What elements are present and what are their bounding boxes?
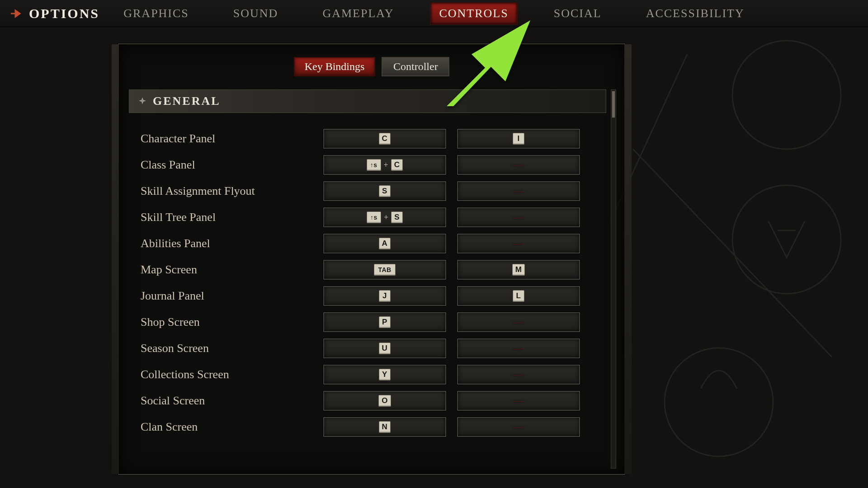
secondary-binding-slot[interactable]: I bbox=[457, 129, 580, 149]
primary-binding-slot[interactable]: N bbox=[323, 417, 446, 437]
subtab-controller[interactable]: Controller bbox=[382, 57, 449, 76]
tab-graphics[interactable]: GRAPHICS bbox=[115, 3, 197, 24]
primary-binding-slot[interactable]: TAB bbox=[323, 260, 446, 280]
primary-binding-slot[interactable]: S bbox=[323, 181, 446, 201]
keycap: C bbox=[391, 159, 403, 171]
svg-point-2 bbox=[665, 348, 773, 456]
binding-label: Skill Tree Panel bbox=[141, 211, 312, 224]
binding-label: Class Panel bbox=[141, 158, 312, 172]
binding-label: Character Panel bbox=[141, 132, 312, 145]
secondary-binding-slot[interactable]: M bbox=[457, 260, 580, 280]
secondary-binding-slot[interactable]: –– bbox=[457, 207, 580, 227]
binding-label: Season Screen bbox=[141, 342, 312, 355]
binding-row: Skill Assignment FlyoutS–– bbox=[129, 178, 606, 204]
tab-social[interactable]: SOCIAL bbox=[546, 3, 610, 24]
bindings-list: Character PanelCIClass Panel↑s+C––Skill … bbox=[129, 126, 606, 440]
primary-binding-slot[interactable]: ↑s+S bbox=[323, 207, 446, 227]
vertical-scrollbar[interactable] bbox=[611, 89, 616, 469]
binding-row: Season ScreenU–– bbox=[129, 335, 606, 361]
unbound-indicator: –– bbox=[513, 186, 524, 197]
binding-row: Character PanelCI bbox=[129, 126, 606, 152]
primary-binding-slot[interactable]: Y bbox=[323, 365, 446, 385]
top-bar: OPTIONS GRAPHICS SOUND GAMEPLAY CONTROLS… bbox=[0, 0, 868, 27]
keycap: M bbox=[512, 264, 525, 276]
secondary-binding-slot[interactable]: –– bbox=[457, 417, 580, 437]
binding-row: Map ScreenTABM bbox=[129, 257, 606, 283]
secondary-binding-slot[interactable]: L bbox=[457, 286, 580, 306]
controls-subtab-strip: Key Bindings Controller bbox=[119, 44, 624, 85]
secondary-binding-slot[interactable]: –– bbox=[457, 234, 580, 253]
tab-controls[interactable]: CONTROLS bbox=[430, 2, 517, 25]
page-title: OPTIONS bbox=[29, 6, 99, 21]
keycap: U bbox=[379, 343, 391, 354]
secondary-binding-slot[interactable]: –– bbox=[457, 181, 580, 201]
binding-row: Clan ScreenN–– bbox=[129, 414, 606, 440]
scrollbar-thumb[interactable] bbox=[612, 91, 615, 118]
binding-label: Map Screen bbox=[141, 263, 312, 277]
keycap: S bbox=[379, 185, 391, 197]
binding-row: Class Panel↑s+C–– bbox=[129, 152, 606, 178]
subtab-key-bindings[interactable]: Key Bindings bbox=[294, 57, 376, 76]
binding-row: Skill Tree Panel↑s+S–– bbox=[129, 204, 606, 230]
combo-plus: + bbox=[384, 213, 388, 222]
keycap: P bbox=[379, 316, 391, 328]
binding-row: Abilities PanelA–– bbox=[129, 230, 606, 257]
keycap: C bbox=[379, 133, 391, 145]
primary-binding-slot[interactable]: P bbox=[323, 312, 446, 332]
keycap: N bbox=[379, 421, 391, 433]
binding-row: Social ScreenO–– bbox=[129, 388, 606, 414]
primary-binding-slot[interactable]: A bbox=[323, 234, 446, 253]
primary-binding-slot[interactable]: ↑s+C bbox=[323, 155, 446, 175]
svg-point-1 bbox=[732, 185, 841, 294]
keycap: I bbox=[513, 133, 524, 145]
binding-label: Journal Panel bbox=[141, 289, 312, 303]
binding-row: Shop ScreenP–– bbox=[129, 309, 606, 335]
secondary-binding-slot[interactable]: –– bbox=[457, 155, 580, 175]
background-glyph-art bbox=[597, 27, 868, 488]
tab-gameplay[interactable]: GAMEPLAY bbox=[314, 3, 402, 24]
section-collapse-icon bbox=[138, 94, 146, 108]
unbound-indicator: –– bbox=[513, 212, 524, 223]
combo-plus: + bbox=[384, 160, 388, 170]
unbound-indicator: –– bbox=[513, 160, 524, 170]
secondary-binding-slot[interactable]: –– bbox=[457, 365, 580, 385]
keycap: TAB bbox=[374, 264, 396, 276]
binding-label: Clan Screen bbox=[141, 420, 312, 434]
unbound-indicator: –– bbox=[513, 370, 524, 380]
unbound-indicator: –– bbox=[513, 396, 524, 406]
primary-binding-slot[interactable]: U bbox=[323, 338, 446, 358]
secondary-binding-slot[interactable]: –– bbox=[457, 338, 580, 358]
bindings-scroll-area: GENERAL Character PanelCIClass Panel↑s+C… bbox=[129, 89, 606, 469]
binding-label: Shop Screen bbox=[141, 315, 312, 329]
secondary-binding-slot[interactable]: –– bbox=[457, 391, 580, 411]
primary-binding-slot[interactable]: C bbox=[323, 129, 446, 149]
keycap: O bbox=[378, 395, 391, 407]
keycap: A bbox=[379, 238, 391, 249]
tab-accessibility[interactable]: ACCESSIBILITY bbox=[638, 3, 753, 24]
options-cursor-icon bbox=[10, 8, 24, 19]
binding-label: Skill Assignment Flyout bbox=[141, 184, 312, 198]
binding-row: Journal PanelJL bbox=[129, 283, 606, 309]
controls-panel: Key Bindings Controller GENERAL Characte… bbox=[118, 43, 625, 475]
keycap: J bbox=[379, 290, 391, 302]
keycap: Y bbox=[379, 369, 391, 380]
binding-label: Abilities Panel bbox=[141, 237, 312, 250]
keycap: ↑s bbox=[367, 211, 381, 223]
binding-label: Collections Screen bbox=[141, 368, 312, 381]
tab-sound[interactable]: SOUND bbox=[225, 3, 287, 24]
svg-line-3 bbox=[633, 149, 832, 357]
unbound-indicator: –– bbox=[513, 343, 524, 354]
unbound-indicator: –– bbox=[513, 239, 524, 249]
keycap: L bbox=[513, 290, 524, 302]
section-header-general: GENERAL bbox=[129, 89, 606, 113]
primary-binding-slot[interactable]: O bbox=[323, 391, 446, 411]
keycap: S bbox=[391, 211, 403, 223]
unbound-indicator: –– bbox=[513, 422, 524, 432]
settings-tab-strip: GRAPHICS SOUND GAMEPLAY CONTROLS SOCIAL … bbox=[0, 0, 868, 27]
primary-binding-slot[interactable]: J bbox=[323, 286, 446, 306]
svg-point-0 bbox=[732, 41, 841, 149]
unbound-indicator: –– bbox=[513, 317, 524, 328]
binding-row: Collections ScreenY–– bbox=[129, 361, 606, 388]
secondary-binding-slot[interactable]: –– bbox=[457, 312, 580, 332]
section-title: GENERAL bbox=[153, 94, 221, 108]
